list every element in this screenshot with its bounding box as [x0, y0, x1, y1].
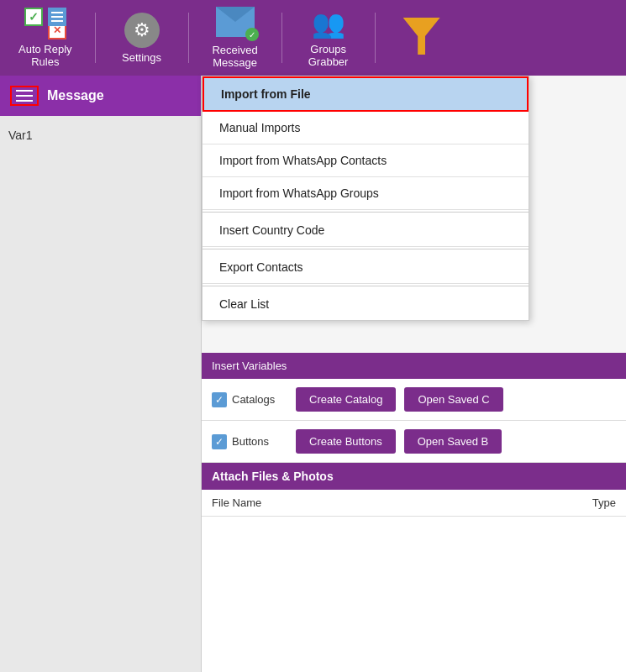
message-header-title: Message — [47, 88, 104, 103]
dropdown-item-clear-list[interactable]: Clear List — [203, 288, 529, 320]
lines-icon — [48, 8, 66, 26]
received-label-line2: Message — [213, 56, 257, 69]
dropdown-separator-5 — [203, 286, 529, 286]
settings-icon-area: ⚙ — [124, 13, 160, 48]
toolbar-divider-2 — [188, 13, 189, 63]
toolbar-divider-1 — [95, 13, 96, 63]
received-label-line1: Received — [212, 44, 257, 56]
check-icon: ✓ — [24, 8, 43, 26]
auto-reply-label-line2: Rules — [31, 55, 59, 68]
left-sidebar: Message Var1 — [0, 76, 202, 672]
toolbar-item-received-message[interactable]: ✓ Received Message — [202, 0, 269, 76]
insert-variables-header: Insert Variables — [202, 353, 626, 379]
dropdown-item-manual-imports[interactable]: Manual Imports — [203, 112, 529, 144]
auto-reply-icon-area: ✓ ✕ — [24, 8, 66, 39]
attach-files-title: Attach Files & Photos — [212, 470, 334, 483]
catalogs-checkbox[interactable]: ✓ — [212, 392, 227, 407]
dropdown-separator-4 — [203, 249, 529, 249]
settings-icon: ⚙ — [124, 13, 160, 48]
hamburger-line-2 — [16, 95, 33, 97]
file-name-column-header: File Name — [212, 496, 549, 509]
create-catalog-button[interactable]: Create Catalog — [296, 387, 396, 412]
var1-label: Var1 — [8, 124, 192, 146]
hamburger-line-3 — [16, 100, 33, 102]
settings-label: Settings — [122, 51, 161, 64]
catalogs-label: Catalogs — [232, 393, 275, 406]
hamburger-menu-button[interactable] — [10, 86, 39, 106]
dropdown-item-import-whatsapp-contacts[interactable]: Import from WhatsApp Contacts — [203, 144, 529, 177]
dropdown-item-import-from-file[interactable]: Import from File — [203, 76, 529, 112]
attach-files-header: Attach Files & Photos — [202, 463, 626, 490]
catalogs-checkbox-label: ✓ Catalogs — [212, 392, 287, 407]
toolbar-divider-3 — [281, 13, 282, 63]
create-buttons-button[interactable]: Create Buttons — [296, 429, 396, 454]
file-table-header: File Name Type — [202, 490, 626, 517]
toolbar-item-groups-grabber[interactable]: 👥 Groups Grabber — [295, 1, 362, 75]
insert-variables-title: Insert Variables — [212, 360, 287, 372]
open-saved-catalog-button[interactable]: Open Saved C — [404, 387, 502, 412]
filter-icon — [403, 18, 440, 55]
buttons-row: ✓ Buttons Create Buttons Open Saved B — [202, 421, 626, 463]
sidebar-content: Var1 — [0, 116, 201, 672]
file-table-body — [202, 517, 626, 584]
received-label: Received Message — [212, 44, 257, 69]
toolbar-item-auto-reply[interactable]: ✓ ✕ Auto Reply Rules — [8, 1, 82, 75]
received-icon-area: ✓ — [216, 7, 255, 37]
filter-icon-area — [403, 18, 440, 55]
envelope-icon: ✓ — [216, 7, 255, 37]
right-panel: Import from FileManual ImportsImport fro… — [202, 76, 626, 672]
auto-reply-label: Auto Reply Rules — [18, 43, 72, 68]
buttons-checkbox[interactable]: ✓ — [212, 434, 227, 449]
auto-reply-icon: ✓ ✕ — [24, 8, 66, 39]
groups-label-line1: Groups — [310, 43, 346, 55]
auto-reply-label-line1: Auto Reply — [18, 43, 72, 55]
toolbar-divider-4 — [375, 13, 376, 63]
buttons-checkbox-label: ✓ Buttons — [212, 434, 287, 449]
dropdown-item-insert-country-code[interactable]: Insert Country Code — [203, 214, 529, 247]
main-content: Message Var1 Import from FileManual Impo… — [0, 76, 626, 672]
toolbar-item-settings[interactable]: ⚙ Settings — [108, 6, 176, 71]
people-icon: 👥 — [312, 8, 345, 39]
catalogs-row: ✓ Catalogs Create Catalog Open Saved C — [202, 379, 626, 421]
groups-label: Groups Grabber — [308, 43, 349, 68]
open-saved-buttons-button[interactable]: Open Saved B — [404, 429, 502, 454]
dropdown-menu: Import from FileManual ImportsImport fro… — [202, 76, 529, 321]
groups-label-line2: Grabber — [308, 55, 349, 68]
buttons-label: Buttons — [232, 435, 269, 448]
type-column-header: Type — [549, 496, 616, 509]
check-badge-icon: ✓ — [245, 28, 259, 41]
toolbar: ✓ ✕ Auto Reply Rules ⚙ Settings ✓ Rece — [0, 0, 626, 76]
dropdown-item-import-whatsapp-groups[interactable]: Import from WhatsApp Groups — [203, 177, 529, 210]
groups-icon-area: 👥 — [312, 8, 345, 39]
lower-content: Insert Variables ✓ Catalogs Create Catal… — [202, 353, 626, 672]
dropdown-separator-3 — [203, 212, 529, 213]
toolbar-item-filter[interactable] — [388, 11, 455, 65]
dropdown-item-export-contacts[interactable]: Export Contacts — [203, 251, 529, 284]
message-header-bar: Message — [0, 76, 201, 116]
hamburger-line-1 — [16, 90, 33, 92]
